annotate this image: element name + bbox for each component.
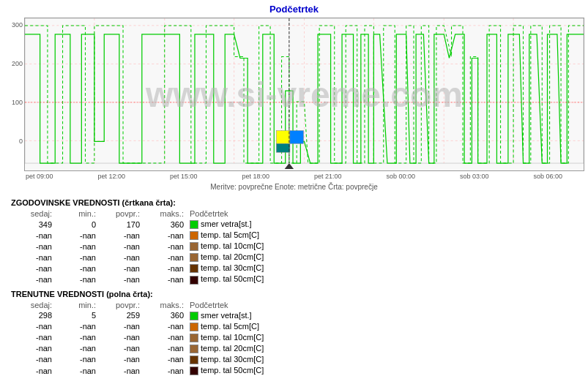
color-indicator [190, 366, 198, 375]
cell-value: -nan [11, 343, 55, 354]
cell-value: -nan [55, 343, 99, 354]
cell-value: -nan [143, 252, 187, 263]
cell-label: temp. tal 30cm[C] [187, 354, 577, 365]
table-row: -nan-nan-nan-nantemp. tal 20cm[C] [11, 252, 577, 263]
historical-header: ZGODOVINSKE VREDNOSTI (črtkana črta): [11, 198, 577, 207]
cell-value: 360 [143, 219, 187, 230]
chart-area: www.si-vreme.com [24, 18, 584, 171]
table-row: -nan-nan-nan-nantemp. tal 20cm[C] [11, 343, 577, 354]
cell-value: -nan [55, 241, 99, 252]
color-indicator [190, 356, 198, 364]
col-maks-hist: maks.: [143, 208, 187, 219]
cell-value: -nan [99, 343, 143, 354]
svg-rect-19 [276, 143, 290, 152]
cell-value: -nan [11, 321, 55, 332]
cell-value: 349 [11, 219, 55, 230]
cell-value: -nan [11, 332, 55, 343]
chart-svg [25, 18, 584, 170]
cell-label: temp. tal 20cm[C] [187, 252, 577, 263]
cell-value: -nan [143, 230, 187, 241]
color-indicator [190, 345, 198, 353]
cell-value: -nan [11, 252, 55, 263]
cell-value: -nan [143, 274, 187, 285]
cell-value: -nan [11, 263, 55, 274]
cell-label: temp. tal 10cm[C] [187, 241, 577, 252]
cell-value: -nan [143, 332, 187, 343]
cell-value: -nan [143, 365, 187, 376]
color-indicator [190, 242, 198, 251]
cell-value: -nan [55, 252, 99, 263]
y-axis: 300 200 100 0 [4, 18, 24, 171]
cell-value: -nan [11, 274, 55, 285]
col-sedaj-cur: sedaj: [11, 300, 55, 310]
table-row: -nan-nan-nan-nantemp. tal 10cm[C] [11, 241, 577, 252]
cell-value: -nan [143, 343, 187, 354]
x-axis-labels: pet 09:00 pet 12:00 pet 15:00 pet 18:00 … [4, 171, 584, 181]
color-indicator [190, 276, 198, 285]
col-maks-cur: maks.: [143, 300, 187, 310]
chart-subtitle: Meritve: povprečne Enote: metrične Črta:… [4, 183, 584, 191]
cell-label: temp. tal 50cm[C] [187, 274, 577, 285]
cell-value: -nan [99, 241, 143, 252]
cell-value: 298 [11, 310, 55, 321]
cell-value: 170 [99, 219, 143, 230]
cell-label: temp. tal 5cm[C] [187, 321, 577, 332]
cell-value: -nan [99, 252, 143, 263]
x-label-3: pet 18:00 [242, 173, 269, 180]
table-row: -nan-nan-nan-nantemp. tal 50cm[C] [11, 365, 577, 376]
color-indicator [190, 323, 198, 331]
data-section: ZGODOVINSKE VREDNOSTI (črtkana črta): se… [4, 191, 584, 376]
cell-value: -nan [143, 321, 187, 332]
cell-value: -nan [55, 332, 99, 343]
col-min-cur: min.: [55, 300, 99, 310]
chart-title: Podčetrtek [4, 4, 584, 15]
cell-value: -nan [11, 230, 55, 241]
cell-value: -nan [55, 321, 99, 332]
cell-label: smer vetra[st.] [187, 310, 577, 321]
cell-label: smer vetra[st.] [187, 219, 577, 230]
y-label-0: 0 [19, 138, 23, 145]
y-label-300: 300 [12, 21, 23, 29]
cell-value: -nan [99, 263, 143, 274]
x-label-2: pet 15:00 [170, 173, 198, 180]
cell-label: temp. tal 20cm[C] [187, 343, 577, 354]
color-indicator [190, 264, 198, 273]
col-povpr-cur: povpr.: [99, 300, 143, 310]
cell-value: -nan [55, 263, 99, 274]
table-col-header-row: sedaj: min.: povpr.: maks.: Podčetrtek [11, 208, 577, 219]
cell-value: 360 [143, 310, 187, 321]
y-label-100: 100 [12, 99, 23, 106]
x-label-0: pet 09:00 [26, 173, 53, 180]
cell-value: -nan [99, 230, 143, 241]
col-povpr-hist: povpr.: [99, 208, 143, 219]
main-container: Podčetrtek 300 200 100 0 [0, 0, 588, 376]
cell-value: -nan [143, 241, 187, 252]
cell-value: 0 [55, 219, 99, 230]
current-table: sedaj: min.: povpr.: maks.: Podčetrtek 2… [11, 300, 577, 376]
table-row: 3490170360smer vetra[st.] [11, 219, 577, 230]
cell-label: temp. tal 5cm[C] [187, 230, 577, 241]
color-indicator [190, 334, 198, 342]
cell-value: -nan [55, 230, 99, 241]
cell-value: -nan [99, 365, 143, 376]
cell-value: -nan [99, 274, 143, 285]
cell-value: 259 [99, 310, 143, 321]
table-row: -nan-nan-nan-nantemp. tal 50cm[C] [11, 274, 577, 285]
y-label-200: 200 [12, 60, 23, 67]
color-indicator [190, 312, 198, 320]
cell-value: 5 [55, 310, 99, 321]
cell-value: -nan [143, 263, 187, 274]
cell-value: -nan [55, 365, 99, 376]
cell-label: temp. tal 10cm[C] [187, 332, 577, 343]
historical-table: sedaj: min.: povpr.: maks.: Podčetrtek 3… [11, 208, 577, 285]
table-row: -nan-nan-nan-nantemp. tal 30cm[C] [11, 354, 577, 365]
x-label-5: sob 00:00 [386, 173, 415, 180]
cell-label: temp. tal 30cm[C] [187, 263, 577, 274]
col-sedaj-hist: sedaj: [11, 208, 55, 219]
col-label-hist: Podčetrtek [187, 208, 577, 219]
cell-value: -nan [99, 321, 143, 332]
col-label-cur: Podčetrtek [187, 300, 577, 310]
cell-value: -nan [11, 365, 55, 376]
cell-value: -nan [55, 354, 99, 365]
svg-rect-17 [276, 131, 290, 144]
